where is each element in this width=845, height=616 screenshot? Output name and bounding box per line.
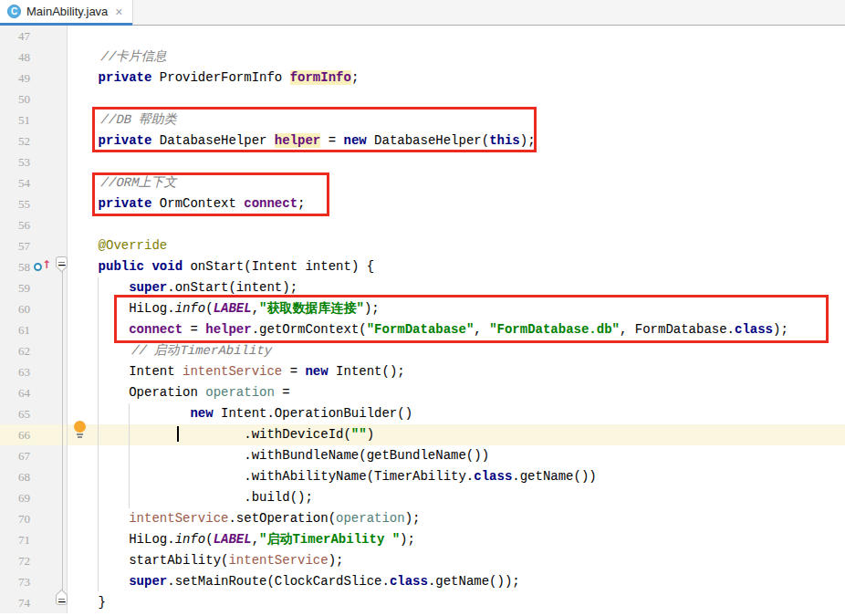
code-text[interactable]: [68, 214, 845, 235]
line-number: 56: [0, 214, 68, 235]
editor-tab-bar: C MainAbility.java ×: [0, 0, 845, 26]
code-text[interactable]: Intent intentService = new Intent();: [68, 361, 845, 382]
code-line[interactable]: 53: [0, 151, 845, 172]
code-line[interactable]: 60 HiLog.info(LABEL,"获取数据库连接");: [0, 298, 845, 319]
line-number: 55: [0, 193, 68, 214]
code-text[interactable]: private OrmContext connect;: [68, 193, 845, 214]
code-text[interactable]: HiLog.info(LABEL,"启动TimerAbility ");: [68, 529, 845, 550]
line-number: 59: [0, 277, 68, 298]
code-text[interactable]: .withAbilityName(TimerAbility.class.getN…: [68, 466, 845, 487]
line-number: 65: [0, 403, 68, 424]
code-text[interactable]: connect = helper.getOrmContext("FormData…: [68, 319, 845, 340]
code-line[interactable]: 51 //DB 帮助类: [0, 110, 845, 131]
line-number: 57: [0, 235, 68, 256]
code-text[interactable]: public void onStart(Intent intent) {: [68, 256, 845, 277]
code-line[interactable]: 62 // 启动TimerAbility: [0, 340, 845, 361]
code-text[interactable]: new Intent.OperationBuilder(): [68, 403, 845, 424]
code-line[interactable]: 58 public void onStart(Intent intent) {: [0, 256, 845, 277]
line-number: 70: [0, 508, 68, 529]
code-line[interactable]: 55 private OrmContext connect;: [0, 193, 845, 214]
code-text[interactable]: }: [68, 592, 845, 613]
tab-title: MainAbility.java: [26, 5, 108, 18]
line-number: 50: [0, 89, 68, 110]
line-number: 48: [0, 47, 68, 68]
intention-bulb-icon[interactable]: [74, 421, 86, 437]
code-area[interactable]: 4748 //卡片信息49 private ProviderFormInfo f…: [0, 26, 845, 613]
code-line[interactable]: 69 .build();: [0, 487, 845, 508]
line-number: 60: [0, 298, 68, 319]
code-editor[interactable]: 4748 //卡片信息49 private ProviderFormInfo f…: [0, 26, 845, 616]
code-line[interactable]: 66 .withDeviceId(""): [0, 424, 845, 445]
line-number: 53: [0, 151, 68, 172]
code-line[interactable]: 48 //卡片信息: [0, 47, 845, 68]
line-number: 68: [0, 466, 68, 487]
code-text[interactable]: [68, 151, 845, 172]
code-text[interactable]: //DB 帮助类: [68, 110, 845, 131]
code-line[interactable]: 72 startAbility(intentService);: [0, 550, 845, 571]
fold-collapse-icon[interactable]: −: [56, 256, 68, 268]
code-line[interactable]: 52 private DatabaseHelper helper = new D…: [0, 131, 845, 151]
code-line[interactable]: 49 private ProviderFormInfo formInfo;: [0, 68, 845, 89]
line-number: 61: [0, 319, 68, 340]
code-text[interactable]: intentService.setOperation(operation);: [68, 508, 845, 529]
code-text[interactable]: super.setMainRoute(ClockCardSlice.class.…: [68, 571, 845, 592]
code-text[interactable]: HiLog.info(LABEL,"获取数据库连接");: [68, 298, 845, 319]
overriding-method-icon[interactable]: ↑: [33, 259, 53, 273]
line-number: 67: [0, 445, 68, 466]
code-text[interactable]: @Override: [68, 235, 845, 256]
code-line[interactable]: 64 Operation operation =: [0, 382, 845, 403]
line-number: 69: [0, 487, 68, 508]
code-text[interactable]: startAbility(intentService);: [68, 550, 845, 571]
code-line[interactable]: 73 super.setMainRoute(ClockCardSlice.cla…: [0, 571, 845, 592]
code-line[interactable]: 61 connect = helper.getOrmContext("FormD…: [0, 319, 845, 340]
code-text[interactable]: .build();: [68, 487, 845, 508]
code-line[interactable]: 63 Intent intentService = new Intent();: [0, 361, 845, 382]
code-line[interactable]: 65 new Intent.OperationBuilder(): [0, 403, 845, 424]
code-line[interactable]: 74 }: [0, 592, 845, 613]
java-class-icon: C: [7, 5, 21, 18]
code-text[interactable]: .withBundleName(getBundleName()): [68, 445, 845, 466]
line-number: 71: [0, 529, 68, 550]
code-text[interactable]: //ORM上下文: [68, 172, 845, 193]
line-number: 72: [0, 550, 68, 571]
line-number: 47: [0, 26, 68, 47]
code-line[interactable]: 71 HiLog.info(LABEL,"启动TimerAbility ");: [0, 529, 845, 550]
line-number: 63: [0, 361, 68, 382]
code-text[interactable]: super.onStart(intent);: [68, 277, 845, 298]
code-line[interactable]: 57 @Override: [0, 235, 845, 256]
code-text[interactable]: [68, 89, 845, 110]
code-line[interactable]: 54 //ORM上下文: [0, 172, 845, 193]
line-number: 54: [0, 172, 68, 193]
code-line[interactable]: 50: [0, 89, 845, 110]
code-line[interactable]: 68 .withAbilityName(TimerAbility.class.g…: [0, 466, 845, 487]
line-number: 52: [0, 131, 68, 151]
tab-close-icon[interactable]: ×: [115, 5, 122, 18]
line-number: 49: [0, 68, 68, 89]
line-number: 73: [0, 571, 68, 592]
code-text[interactable]: private ProviderFormInfo formInfo;: [68, 68, 845, 89]
tab-mainability-java[interactable]: C MainAbility.java ×: [0, 0, 133, 25]
fold-end-icon[interactable]: −: [56, 593, 68, 605]
line-number: 51: [0, 110, 68, 131]
line-number: 64: [0, 382, 68, 403]
code-text[interactable]: //卡片信息: [68, 47, 845, 68]
code-text[interactable]: // 启动TimerAbility: [68, 340, 845, 361]
code-text[interactable]: Operation operation =: [68, 382, 845, 403]
line-number: 62: [0, 340, 68, 361]
code-line[interactable]: 70 intentService.setOperation(operation)…: [0, 508, 845, 529]
code-line[interactable]: 59 super.onStart(intent);: [0, 277, 845, 298]
code-text[interactable]: private DatabaseHelper helper = new Data…: [68, 131, 845, 151]
code-line[interactable]: 47: [0, 26, 845, 47]
code-line[interactable]: 56: [0, 214, 845, 235]
line-number: 66: [0, 424, 68, 445]
code-text[interactable]: .withDeviceId(""): [68, 424, 845, 445]
code-line[interactable]: 67 .withBundleName(getBundleName()): [0, 445, 845, 466]
code-text[interactable]: [68, 26, 845, 47]
